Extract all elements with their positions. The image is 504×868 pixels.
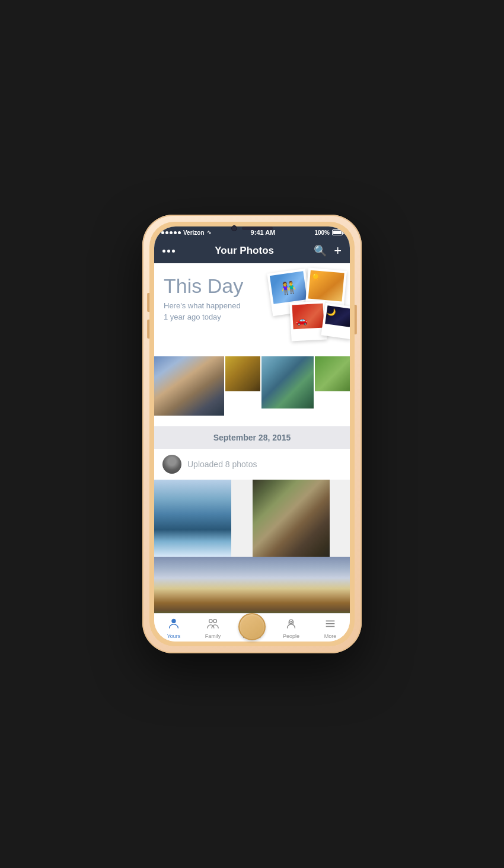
tab-family-label: Family: [205, 633, 221, 639]
upload-header: Uploaded 8 photos: [154, 449, 350, 480]
tab-more-label: More: [324, 633, 337, 639]
status-left: Verizon ∿: [161, 229, 212, 236]
polaroid-4-image: 🌙: [325, 305, 350, 327]
volume-down-button[interactable]: [147, 320, 149, 339]
nav-dot-2: [167, 250, 170, 253]
phone-screen: Verizon ∿ 9:41 AM 100%: [154, 226, 350, 642]
this-day-photo-grid: [154, 355, 350, 426]
signal-dot-1: [161, 231, 164, 234]
upload-count-text: Uploaded 8 photos: [187, 459, 257, 469]
home-button[interactable]: [238, 613, 266, 640]
grid-photo-4-image: [315, 356, 350, 391]
yours-icon: [167, 617, 180, 632]
tab-yours-label: Yours: [167, 633, 181, 639]
volume-up-button[interactable]: [147, 293, 149, 312]
power-button[interactable]: [355, 305, 357, 334]
polaroid-4: 🌙: [321, 303, 350, 339]
tab-people-label: People: [283, 633, 299, 639]
signal-strength: [161, 231, 181, 234]
battery-icon: [332, 229, 343, 235]
search-icon[interactable]: 🔍: [314, 244, 327, 257]
large-photo-ocean[interactable]: [154, 480, 231, 557]
grid-photo-2-image: [225, 356, 260, 391]
people-icon: 👫: [280, 279, 296, 295]
svg-point-0: [171, 619, 176, 623]
grid-photo-1[interactable]: [154, 356, 224, 426]
polaroid-3-image: 🚗: [292, 304, 324, 330]
family-icon: [206, 617, 219, 632]
avatar: [162, 455, 181, 474]
grid-photo-2[interactable]: [225, 356, 260, 391]
svg-point-1: [209, 620, 213, 623]
large-photo-deer[interactable]: [253, 480, 330, 557]
tab-people[interactable]: People: [276, 617, 306, 639]
earpiece-speaker: [242, 226, 273, 230]
car-icon: 🚗: [295, 314, 308, 326]
grid-photo-4[interactable]: [315, 356, 350, 391]
more-tab-icon: [324, 617, 337, 632]
add-icon[interactable]: +: [334, 243, 342, 259]
signal-dot-4: [174, 231, 177, 234]
page-title: Your Photos: [215, 245, 274, 257]
upload-section: Uploaded 8 photos: [154, 449, 350, 613]
nav-actions: 🔍 +: [314, 243, 342, 259]
phone-inner: Verizon ∿ 9:41 AM 100%: [149, 222, 355, 646]
grid-photo-1-image: [154, 356, 224, 416]
battery-fill: [333, 231, 342, 234]
nav-dot-3: [172, 250, 175, 253]
navigation-bar: Your Photos 🔍 +: [154, 238, 350, 263]
top-hardware-bar: [210, 222, 294, 235]
signal-dot-2: [165, 231, 168, 234]
grid-photo-3-image: [261, 356, 314, 409]
tab-family[interactable]: Family: [198, 617, 228, 639]
nav-dot-1: [162, 250, 165, 253]
signal-dot-5: [178, 231, 181, 234]
large-photo-grid: [154, 480, 350, 557]
svg-point-2: [213, 620, 217, 623]
status-right: 100%: [314, 229, 343, 236]
wide-photo-temple[interactable]: [154, 557, 350, 613]
scroll-content[interactable]: This Day Here's what happened 1 year ago…: [154, 263, 350, 613]
date-separator-text: September 28, 2015: [213, 433, 291, 442]
grid-photo-3[interactable]: [261, 356, 314, 409]
people-icon: [285, 617, 298, 632]
this-day-photos-collage: 👫 ☀️ 🚗: [261, 266, 350, 352]
date-separator: September 28, 2015: [154, 426, 350, 449]
tab-more[interactable]: More: [315, 617, 345, 639]
polaroid-1-image: 👫: [270, 271, 307, 304]
svg-point-8: [291, 621, 292, 623]
phone-device: Verizon ∿ 9:41 AM 100%: [142, 215, 362, 653]
tab-yours[interactable]: Yours: [159, 617, 189, 639]
this-day-section: This Day Here's what happened 1 year ago…: [154, 263, 350, 355]
signal-dot-3: [170, 231, 173, 234]
battery-shape: [332, 229, 343, 235]
more-button[interactable]: [162, 250, 175, 253]
front-camera: [231, 225, 237, 231]
carrier-name: Verizon: [183, 229, 205, 236]
polaroid-2-image: ☀️: [308, 270, 344, 302]
battery-percent: 100%: [314, 229, 330, 236]
